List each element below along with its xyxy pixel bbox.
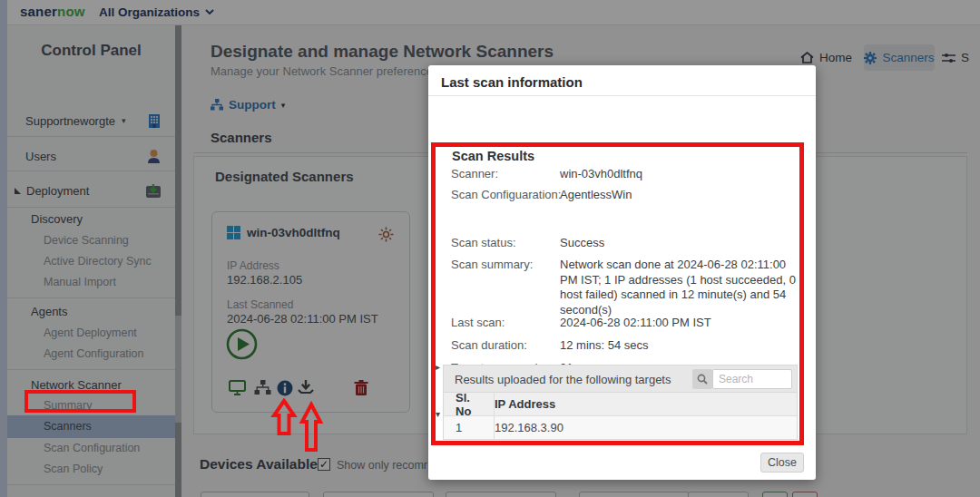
close-button[interactable]: Close (760, 453, 804, 473)
modal-title: Last scan information (441, 74, 583, 90)
app-screen: sanernow All Organizations Control Panel… (0, 0, 980, 497)
annotation-arrows (270, 397, 328, 457)
annotation-box-scan-results (431, 142, 804, 445)
annotation-box-sidebar-scanners (24, 390, 136, 413)
up-arrow-annotation (302, 404, 320, 450)
modal-header-divider (428, 95, 816, 96)
up-arrow-annotation (274, 401, 294, 434)
